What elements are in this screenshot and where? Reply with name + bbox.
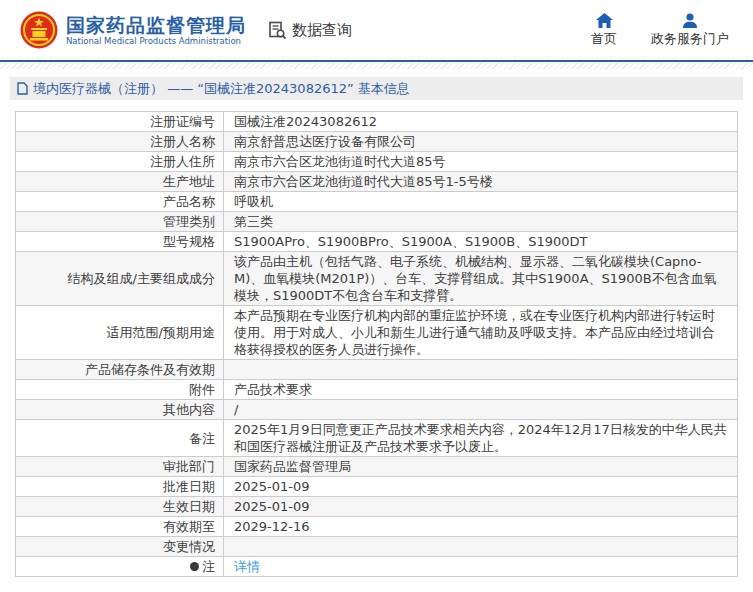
field-label-text: 批准日期 <box>163 479 215 494</box>
field-label-text: 附件 <box>189 382 215 397</box>
field-label: 生效日期 <box>16 497 224 517</box>
nav-gov-portal-label: 政务服务门户 <box>651 30 729 48</box>
site-title: 国家药品监督管理局 <box>66 14 246 36</box>
field-label: 审批部门 <box>16 457 224 477</box>
field-value: 国械注准20243082612 <box>224 112 738 132</box>
field-label-text: 其他内容 <box>163 402 215 417</box>
field-label-text: 注 <box>202 559 215 574</box>
field-value: 详情 <box>224 557 738 577</box>
brand-text: 国家药品监督管理局 National Medical Products Admi… <box>66 14 246 47</box>
data-query-tab[interactable]: 数据查询 <box>268 21 352 40</box>
table-row: 其他内容/ <box>16 400 738 420</box>
nav-home-label: 首页 <box>591 30 617 48</box>
field-label-text: 审批部门 <box>163 459 215 474</box>
field-label-text: 注册证编号 <box>150 114 215 129</box>
field-label-text: 产品名称 <box>163 194 215 209</box>
field-label: 适用范围/预期用途 <box>16 306 224 360</box>
field-label: 注册证编号 <box>16 112 224 132</box>
field-value <box>224 537 738 557</box>
site-header: 国家药品监督管理局 National Medical Products Admi… <box>0 0 753 62</box>
field-value: 该产品由主机（包括气路、电子系统、机械结构、显示器、二氧化碳模块(Capno-M… <box>224 252 738 306</box>
header-nav: 首页 政务服务门户 <box>591 13 743 48</box>
field-value: 本产品预期在专业医疗机构内部的重症监护环境，或在专业医疗机构内部进行转运时使用。… <box>224 306 738 360</box>
field-label: 批准日期 <box>16 477 224 497</box>
table-row: 生产地址南京市六合区龙池街道时代大道85号1-5号楼 <box>16 172 738 192</box>
nav-item-gov-portal[interactable]: 政务服务门户 <box>651 13 729 48</box>
table-row: 产品储存条件及有效期 <box>16 360 738 380</box>
table-row: 产品名称呼吸机 <box>16 192 738 212</box>
field-value: 国家药品监督管理局 <box>224 457 738 477</box>
table-row: 审批部门国家药品监督管理局 <box>16 457 738 477</box>
field-label-text: 生效日期 <box>163 499 215 514</box>
table-row: 型号规格S1900APro、S1900BPro、S1900A、S1900B、S1… <box>16 232 738 252</box>
field-label-text: 型号规格 <box>163 234 215 249</box>
field-label: 生产地址 <box>16 172 224 192</box>
field-label: 变更情况 <box>16 537 224 557</box>
table-row: 注详情 <box>16 557 738 577</box>
info-table-body: 注册证编号国械注准20243082612注册人名称南京舒普思达医疗设备有限公司注… <box>16 112 738 577</box>
field-value: 2025-01-09 <box>224 477 738 497</box>
table-row: 适用范围/预期用途本产品预期在专业医疗机构内部的重症监护环境，或在专业医疗机构内… <box>16 306 738 360</box>
field-value: 南京市六合区龙池街道时代大道85号 <box>224 152 738 172</box>
field-label: 结构及组成/主要组成成分 <box>16 252 224 306</box>
table-row: 备注2025年1月9日同意更正产品技术要求相关内容，2024年12月17日核发的… <box>16 420 738 457</box>
field-label-text: 结构及组成/主要组成成分 <box>68 271 215 286</box>
table-row: 管理类别第三类 <box>16 212 738 232</box>
field-value: 2025-01-09 <box>224 497 738 517</box>
home-icon <box>596 13 613 28</box>
field-label-text: 产品储存条件及有效期 <box>85 362 215 377</box>
breadcrumb: 境内医疗器械（注册） —— “国械注准20243082612” 基本信息 <box>10 77 743 100</box>
table-row: 附件产品技术要求 <box>16 380 738 400</box>
field-value: 南京市六合区龙池街道时代大道85号1-5号楼 <box>224 172 738 192</box>
table-row: 生效日期2025-01-09 <box>16 497 738 517</box>
decorative-stripe-band <box>0 63 753 69</box>
field-label-text: 适用范围/预期用途 <box>107 325 215 340</box>
nav-item-home[interactable]: 首页 <box>591 13 617 48</box>
field-value <box>224 360 738 380</box>
field-label: 注册人名称 <box>16 132 224 152</box>
field-label: 产品名称 <box>16 192 224 212</box>
balloon-note-icon <box>190 562 199 571</box>
table-row: 有效期至2029-12-16 <box>16 517 738 537</box>
field-label: 其他内容 <box>16 400 224 420</box>
site-subtitle: National Medical Products Administration <box>66 36 246 47</box>
user-icon <box>682 13 698 28</box>
field-label-text: 管理类别 <box>163 214 215 229</box>
breadcrumb-text: 境内医疗器械（注册） —— “国械注准20243082612” 基本信息 <box>33 80 410 98</box>
field-label-text: 有效期至 <box>163 519 215 534</box>
field-label-text: 备注 <box>189 431 215 446</box>
field-label-text: 生产地址 <box>163 174 215 189</box>
detail-link[interactable]: 详情 <box>234 559 260 574</box>
field-label: 管理类别 <box>16 212 224 232</box>
table-row: 批准日期2025-01-09 <box>16 477 738 497</box>
field-label: 有效期至 <box>16 517 224 537</box>
field-value: 产品技术要求 <box>224 380 738 400</box>
field-value: 2029-12-16 <box>224 517 738 537</box>
site-logo[interactable]: 国家药品监督管理局 National Medical Products Admi… <box>20 11 246 49</box>
table-row: 结构及组成/主要组成成分该产品由主机（包括气路、电子系统、机械结构、显示器、二氧… <box>16 252 738 306</box>
field-value: 2025年1月9日同意更正产品技术要求相关内容，2024年12月17日核发的中华… <box>224 420 738 457</box>
field-label: 注 <box>16 557 224 577</box>
field-label: 产品储存条件及有效期 <box>16 360 224 380</box>
field-value: 南京舒普思达医疗设备有限公司 <box>224 132 738 152</box>
table-row: 注册人名称南京舒普思达医疗设备有限公司 <box>16 132 738 152</box>
table-row: 注册证编号国械注准20243082612 <box>16 112 738 132</box>
document-icon <box>17 82 28 95</box>
national-emblem-icon <box>20 11 58 49</box>
table-row: 注册人住所南京市六合区龙池街道时代大道85号 <box>16 152 738 172</box>
field-label: 注册人住所 <box>16 152 224 172</box>
field-label: 型号规格 <box>16 232 224 252</box>
field-value: S1900APro、S1900BPro、S1900A、S1900B、S1900D… <box>224 232 738 252</box>
field-label: 附件 <box>16 380 224 400</box>
field-label: 备注 <box>16 420 224 457</box>
field-label-text: 变更情况 <box>163 539 215 554</box>
registration-info-table: 注册证编号国械注准20243082612注册人名称南京舒普思达医疗设备有限公司注… <box>15 111 738 577</box>
field-value: 第三类 <box>224 212 738 232</box>
document-search-icon <box>268 21 287 40</box>
field-label-text: 注册人名称 <box>150 134 215 149</box>
field-value: / <box>224 400 738 420</box>
field-value: 呼吸机 <box>224 192 738 212</box>
table-row: 变更情况 <box>16 537 738 557</box>
data-query-label: 数据查询 <box>292 21 352 40</box>
field-label-text: 注册人住所 <box>150 154 215 169</box>
